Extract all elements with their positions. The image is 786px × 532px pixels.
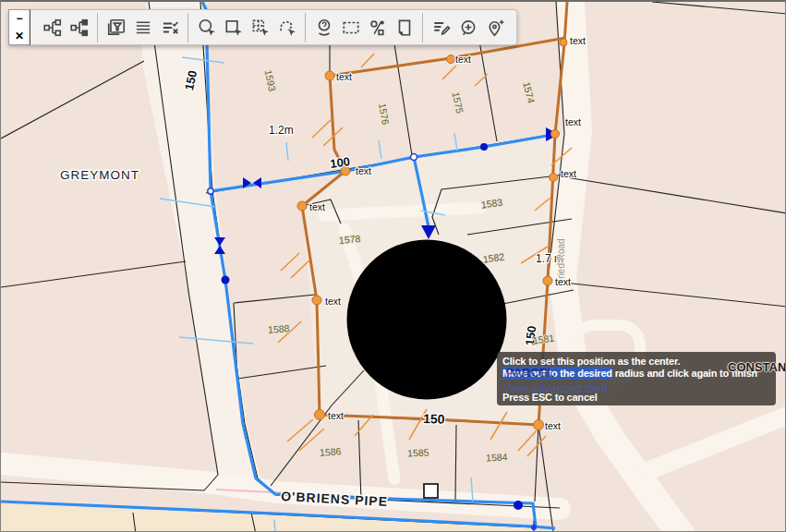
tooltip-line-1: Click to set this position as the center…: [502, 356, 680, 367]
map-label: 1588: [268, 322, 290, 335]
edit-attributes-button[interactable]: [428, 13, 454, 42]
select-by-polygon-button[interactable]: [273, 13, 300, 42]
select-by-circle-button[interactable]: [193, 13, 220, 42]
map-label: text: [328, 410, 344, 421]
split-feature-icon: [368, 18, 388, 38]
map-label: text: [455, 54, 471, 65]
map-window: GREYMONTO'BRIENS PIPE1001501501501.2m1.7…: [0, 0, 786, 532]
trace-network-icon: [42, 18, 63, 38]
toolbar-group-edit: [422, 13, 513, 42]
map-label: text: [555, 276, 571, 287]
minimize-button[interactable]: −: [9, 10, 30, 28]
trace-network-filled-icon: [69, 18, 90, 38]
add-point-button[interactable]: [454, 13, 481, 42]
tooltip-line-2-highlight: Move out to the desired: [502, 367, 612, 380]
map-label: 1.2m: [269, 124, 294, 137]
close-button[interactable]: ✕: [9, 28, 30, 45]
popup-advanced-form-link[interactable]: View advanced form: [503, 382, 608, 395]
locate-feature-button[interactable]: [310, 13, 337, 42]
map-label: text: [325, 296, 341, 307]
tooltip-line-2-rest: radius and click again to finish: [612, 368, 757, 379]
add-location-button[interactable]: [481, 13, 508, 42]
map-label: 1584: [486, 451, 508, 463]
select-by-window-button[interactable]: [247, 13, 273, 42]
document-button[interactable]: [391, 13, 417, 42]
toolbar-bar: [30, 9, 517, 45]
select-by-rectangle-button[interactable]: [220, 13, 247, 42]
select-by-circle-icon: [197, 18, 217, 38]
filter-results-button[interactable]: [103, 13, 129, 42]
trace-network-button[interactable]: [39, 13, 66, 42]
clear-results-button[interactable]: [156, 13, 183, 42]
select-by-polygon-icon: [277, 18, 297, 38]
tooltip-line-2: Move out to the desired radius and click…: [502, 368, 757, 379]
map-label: GREYMONT: [60, 168, 139, 182]
list-results-icon: [133, 18, 153, 38]
document-icon: [394, 18, 415, 38]
map-label: text: [570, 35, 586, 46]
split-feature-button[interactable]: [364, 13, 391, 42]
select-by-rectangle-icon: [224, 18, 244, 38]
add-point-icon: [458, 18, 478, 38]
toolbar-group-results: [97, 13, 187, 42]
map-label: text: [336, 71, 352, 82]
map-label: ried Road: [556, 238, 566, 278]
edit-attributes-icon: [431, 18, 452, 38]
map-label: text: [545, 420, 561, 431]
map-label: 100: [329, 154, 351, 171]
trace-network-filled-button[interactable]: [66, 13, 92, 42]
toolbar-group-feature: [305, 13, 422, 42]
map-label: 1586: [320, 445, 342, 458]
zoom-window-button[interactable]: [337, 13, 364, 42]
radius-tooltip: Click to set this position as the center…: [497, 352, 776, 405]
map-label: text: [356, 165, 371, 176]
map-label: 1578: [338, 233, 360, 246]
map-label: text: [561, 168, 576, 179]
list-results-button[interactable]: [129, 13, 156, 42]
filter-results-icon: [106, 18, 127, 38]
map-label: 1585: [407, 446, 429, 458]
zoom-window-icon: [341, 18, 361, 38]
select-by-window-icon: [250, 18, 271, 38]
toolbar: − ✕: [8, 9, 517, 45]
map-label: 150: [423, 411, 445, 427]
map-svg: GREYMONTO'BRIENS PIPE1001501501501.2m1.7…: [1, 2, 786, 532]
square-node-marker: [424, 484, 438, 498]
toolbar-group-select: [187, 13, 305, 42]
map-label: text: [309, 201, 325, 212]
map-label: text: [565, 116, 581, 127]
toolbar-collapse-box: − ✕: [8, 9, 30, 45]
toolbar-group-network: [34, 13, 97, 42]
add-location-icon: [485, 18, 505, 38]
locate-feature-icon: [314, 18, 334, 38]
clear-results-icon: [160, 18, 180, 38]
